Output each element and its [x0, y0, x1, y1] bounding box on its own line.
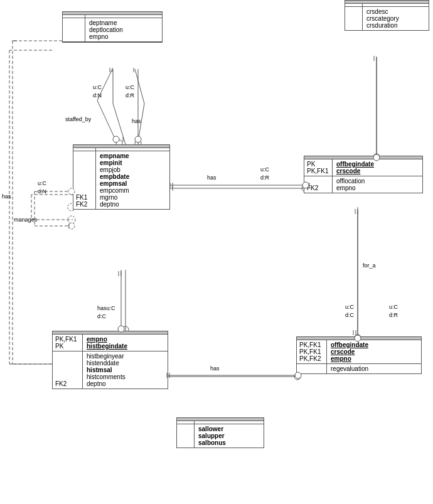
manages-text: manages: [14, 217, 37, 223]
svg-point-31: [68, 216, 75, 223]
course-attr-1: crsdesc: [366, 8, 399, 15]
dept-fk-label: [63, 18, 85, 41]
course-attr-3: crsduration: [366, 22, 399, 29]
sal-attr-3: salbonus: [198, 439, 226, 446]
emp-fk2-label: FK2: [76, 201, 93, 208]
emp-pk-attr: [96, 148, 104, 151]
emp-attrs: empname empinit empjob empbdate empmsal …: [96, 151, 133, 209]
erd-diagram: deptname deptlocation empno crsdesc crsc…: [0, 0, 433, 504]
sal-pk-attr: [195, 421, 202, 424]
reg-pk-attrs: offbegindate crscode empno: [327, 340, 372, 363]
offering-fk2-label: FK2: [307, 185, 329, 191]
emp-attr-empcomm: empcomm: [100, 187, 129, 194]
emp-fk1-label: FK1: [76, 194, 93, 201]
sal-pk-label: [177, 421, 195, 424]
course-entity: crsdesc crscategory crsduration: [345, 0, 429, 31]
svg-point-39: [135, 136, 141, 142]
history-attr-1: histbeginyear: [87, 353, 126, 360]
uc-dn-label1: u:Cd:N: [93, 83, 102, 100]
uc-dn-mgr: u:Cd:N: [38, 180, 46, 196]
history-attrs: histbeginyear histenddate histmsal histc…: [83, 351, 129, 389]
history-fk2-label: FK2: [55, 380, 80, 387]
uc-dc-for-a: u:Cd:C: [345, 303, 354, 319]
offering-fk2-label-col: FK2: [304, 176, 333, 193]
has-text-left: has: [2, 193, 11, 200]
offering-entity: PK PK,FK1 offbegindate crscode FK2 offlo…: [304, 156, 423, 193]
sal-empty-label: [177, 424, 195, 448]
has-emp-off-text: has: [207, 174, 216, 181]
emp-attr-deptno: deptno: [100, 201, 129, 208]
reg-attr-reg: regevaluation: [331, 365, 368, 372]
svg-line-33: [97, 100, 116, 141]
hasu-dc-lbl: hasu:Cd:C: [97, 304, 115, 321]
sal-attr-1: sallower: [198, 426, 226, 432]
history-pkfk1-label: PK,FK1: [55, 336, 80, 343]
reg-pk3-label: PK,FK2: [299, 355, 324, 362]
emp-pk-label: [73, 148, 96, 151]
staffed-by-text: staffed_by: [65, 116, 91, 122]
svg-line-1: [113, 104, 126, 144]
department-entity: deptname deptlocation empno: [62, 11, 163, 43]
uc-dr-label1: u:Cd:R: [126, 83, 134, 100]
sal-attrs: sallower salupper salbonus: [195, 424, 230, 448]
svg-point-49: [68, 223, 75, 229]
history-pk-attrs: empno histbegindate: [83, 335, 131, 351]
course-attr-2: crscategory: [366, 15, 399, 22]
uc-dr-for-a: u:Cd:R: [389, 303, 398, 319]
emp-attr-empname: empname: [100, 153, 129, 159]
offering-attr-2: empno: [336, 185, 365, 191]
emp-attr-mgrno: mgrno: [100, 194, 129, 201]
offering-pk-label: PK: [307, 161, 329, 168]
registration-entity: PK,FK1 PK,FK1 PK,FK2 offbegindate crscod…: [296, 336, 422, 374]
history-pk-label: PK: [55, 343, 80, 350]
has-dept-emp-text: has: [132, 118, 141, 124]
history-attr-3: histmsal: [87, 367, 126, 373]
dept-attr-2: deptlocation: [89, 26, 123, 33]
history-fk2-col: FK2: [53, 351, 83, 389]
reg-pk2-label: PK,FK1: [299, 348, 324, 355]
emp-attr-empbdate: empbdate: [100, 173, 129, 180]
history-entity: PK,FK1 PK empno histbegindate FK2 histbe…: [52, 331, 168, 389]
has-hist-reg-text: has: [210, 365, 220, 372]
svg-point-25: [294, 373, 301, 380]
dept-attr-1: deptname: [89, 19, 123, 26]
history-attr-5: deptno: [87, 380, 126, 387]
course-empty-label: [345, 7, 363, 30]
offering-attr-1: offlocation: [336, 178, 365, 185]
offering-pkfk-attr: crscode: [336, 168, 374, 174]
course-attrs: crsdesc crscategory crsduration: [363, 7, 403, 30]
emp-attr-empjob: empjob: [100, 166, 129, 173]
reg-pk1-label: PK,FK1: [299, 341, 324, 348]
history-pk-attr: empno: [87, 336, 127, 343]
dept-pk-label: [63, 15, 85, 18]
dept-attrs: deptname deptlocation empno: [85, 18, 127, 41]
salgrade-entity: sallower salupper salbonus: [176, 417, 264, 448]
emp-attr-empmsal: empmsal: [100, 180, 129, 187]
course-pk-attr: [363, 4, 370, 6]
reg-empty-label: [297, 364, 327, 373]
svg-point-34: [113, 136, 119, 142]
history-pkfk-attr: histbegindate: [87, 343, 127, 350]
reg-attrs: regevaluation: [327, 364, 372, 373]
course-pk-label: [345, 4, 363, 6]
emp-fk-labels: FK1 FK2: [73, 151, 96, 209]
history-pk-labels: PK,FK1 PK: [53, 335, 83, 351]
offering-attrs: offlocation empno: [333, 176, 368, 193]
for-a-text: for_a: [363, 262, 376, 269]
employee-entity: FK1 FK2 empname empinit empjob empbdate …: [73, 144, 170, 210]
reg-pk-labels: PK,FK1 PK,FK1 PK,FK2: [297, 340, 327, 363]
offering-pk-labels: PK PK,FK1: [304, 159, 333, 176]
dept-attr-3: empno: [89, 33, 123, 40]
reg-attr-3: empno: [331, 355, 368, 362]
offering-pk-attr: offbegindate: [336, 161, 374, 168]
dept-pk-attr: [85, 15, 93, 18]
history-attr-2: histenddate: [87, 360, 126, 367]
emp-attr-empinit: empinit: [100, 159, 129, 166]
offering-pk-attrs: offbegindate crscode: [333, 159, 378, 176]
history-attr-4: histcomments: [87, 373, 126, 380]
offering-pkfk-label: PK,FK1: [307, 168, 329, 174]
reg-attr-2: crscode: [331, 348, 368, 355]
uc-dr-offer-lbl: u:Cd:R: [260, 166, 269, 182]
reg-attr-1: offbegindate: [331, 341, 368, 348]
sal-attr-2: salupper: [198, 432, 226, 439]
